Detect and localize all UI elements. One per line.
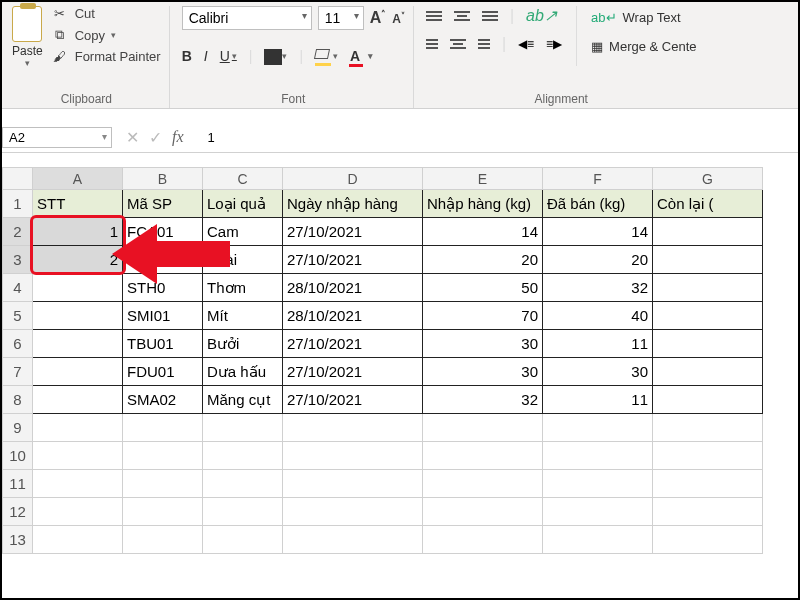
col-header[interactable]: B [123,168,203,190]
cell[interactable]: STH0 [123,274,203,302]
row-header[interactable]: 7 [3,358,33,386]
align-top-button[interactable] [426,11,442,21]
borders-button[interactable]: ▾ [264,49,287,63]
cell[interactable] [653,526,763,554]
italic-button[interactable]: I [204,48,208,64]
cell[interactable] [123,470,203,498]
cell[interactable] [543,414,653,442]
cell[interactable]: SMA02 [123,386,203,414]
cell[interactable] [423,470,543,498]
row-header[interactable]: 2 [3,218,33,246]
cell[interactable]: 28/10/2021 [283,274,423,302]
align-left-button[interactable] [426,39,438,49]
col-header[interactable]: D [283,168,423,190]
decrease-font-button[interactable]: A˅ [392,11,405,26]
orientation-button[interactable]: ab↗ [526,6,557,25]
increase-font-button[interactable]: A˄ [370,9,387,27]
cell[interactable] [653,302,763,330]
row-header[interactable]: 3 [3,246,33,274]
cell[interactable]: 27/10/2021 [283,246,423,274]
cell[interactable] [653,414,763,442]
cut-button[interactable]: ✂ Cut [51,6,161,21]
col-header[interactable]: A [33,168,123,190]
col-header[interactable]: F [543,168,653,190]
cell[interactable] [33,358,123,386]
cell[interactable] [283,442,423,470]
cell[interactable] [653,330,763,358]
cell[interactable]: 1 [33,218,123,246]
cell[interactable] [33,470,123,498]
increase-indent-button[interactable]: ≡▶ [546,37,562,51]
cell[interactable]: FCA01 [123,218,203,246]
format-painter-button[interactable]: 🖌 Format Painter [51,49,161,64]
worksheet[interactable]: ABCDEFG1STTMã SPLoại quảNgày nhập hàngNh… [2,167,798,598]
cell[interactable]: Xoài [203,246,283,274]
cell[interactable] [653,442,763,470]
cell[interactable]: Thơm [203,274,283,302]
cell[interactable]: Bưởi [203,330,283,358]
cell[interactable]: Mít [203,302,283,330]
cell[interactable] [33,330,123,358]
cell[interactable]: Măng cụt [203,386,283,414]
cell[interactable]: Loại quả [203,190,283,218]
cell[interactable] [33,498,123,526]
align-right-button[interactable] [478,39,490,49]
cell[interactable]: 30 [423,330,543,358]
col-header[interactable]: G [653,168,763,190]
cell[interactable] [123,414,203,442]
bold-button[interactable]: B [182,48,192,64]
cell[interactable] [33,442,123,470]
cell[interactable]: Nhập hàng (kg) [423,190,543,218]
wrap-text-button[interactable]: ab↵ Wrap Text [591,10,696,25]
cell[interactable]: TBU01 [123,330,203,358]
cell[interactable] [543,442,653,470]
cell[interactable]: 2 [33,246,123,274]
cell[interactable] [423,526,543,554]
cell[interactable] [653,498,763,526]
font-name-select[interactable]: Calibri [182,6,312,30]
cell[interactable] [653,470,763,498]
cell[interactable] [423,442,543,470]
cell[interactable] [423,414,543,442]
cell[interactable]: 32 [543,274,653,302]
row-header[interactable]: 1 [3,190,33,218]
name-box[interactable]: A2 [2,127,112,148]
cell[interactable]: STT [33,190,123,218]
cell[interactable]: Mã SP [123,190,203,218]
align-bottom-button[interactable] [482,11,498,21]
formula-input[interactable]: 1 [200,126,798,149]
col-header[interactable]: C [203,168,283,190]
cell[interactable]: 20 [543,246,653,274]
cell[interactable]: 30 [543,358,653,386]
cell[interactable]: 11 [543,386,653,414]
cell[interactable] [653,274,763,302]
cell[interactable] [203,414,283,442]
row-header[interactable]: 9 [3,414,33,442]
cell[interactable] [423,498,543,526]
cell[interactable]: FDU01 [123,358,203,386]
cell[interactable]: 40 [543,302,653,330]
cell[interactable]: 27/10/2021 [283,358,423,386]
enter-entry-button[interactable]: ✓ [149,128,162,147]
cell[interactable]: 11 [543,330,653,358]
cell[interactable]: 50 [423,274,543,302]
cell[interactable] [33,414,123,442]
align-middle-button[interactable] [454,11,470,21]
row-header[interactable]: 6 [3,330,33,358]
font-size-select[interactable]: 11 [318,6,364,30]
row-header[interactable]: 11 [3,470,33,498]
cell[interactable] [33,386,123,414]
cell[interactable]: 28/10/2021 [283,302,423,330]
cell[interactable] [653,218,763,246]
cell[interactable]: Còn lại ( [653,190,763,218]
cell[interactable]: 27/10/2021 [283,218,423,246]
cell[interactable]: Đã bán (kg) [543,190,653,218]
cell[interactable] [203,498,283,526]
cell[interactable] [543,526,653,554]
cell[interactable] [33,526,123,554]
cell[interactable]: 30 [423,358,543,386]
paste-button[interactable]: Paste ▾ [12,6,43,68]
cell[interactable] [283,414,423,442]
cell[interactable] [33,274,123,302]
cell[interactable] [203,526,283,554]
